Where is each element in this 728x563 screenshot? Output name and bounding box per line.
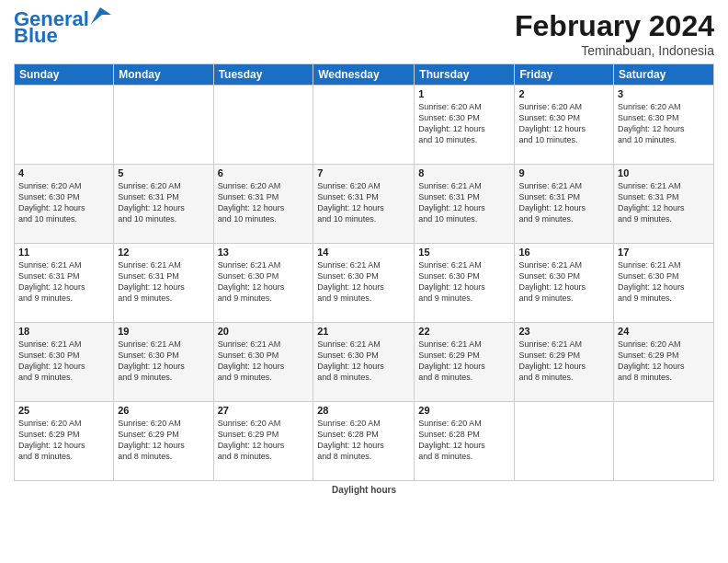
calendar-day-cell (213, 86, 313, 165)
day-number: 2 (518, 88, 609, 99)
calendar-day-cell: 12Sunrise: 6:21 AM Sunset: 6:31 PM Dayli… (114, 244, 213, 323)
calendar-day-cell (15, 86, 114, 165)
footer-note: Daylight hours (14, 485, 714, 495)
logo: General Blue (14, 9, 111, 46)
calendar-week-row: 25Sunrise: 6:20 AM Sunset: 6:29 PM Dayli… (15, 402, 714, 481)
calendar-day-cell: 7Sunrise: 6:20 AM Sunset: 6:31 PM Daylig… (313, 165, 415, 244)
calendar-day-cell: 14Sunrise: 6:21 AM Sunset: 6:30 PM Dayli… (313, 244, 415, 323)
day-number: 20 (218, 326, 310, 337)
day-info: Sunrise: 6:20 AM Sunset: 6:31 PM Dayligh… (317, 180, 410, 225)
calendar-day-header: Friday (515, 64, 614, 86)
day-number: 14 (317, 247, 410, 258)
day-info: Sunrise: 6:20 AM Sunset: 6:29 PM Dayligh… (18, 418, 109, 463)
calendar-day-cell: 27Sunrise: 6:20 AM Sunset: 6:29 PM Dayli… (213, 402, 313, 481)
day-info: Sunrise: 6:21 AM Sunset: 6:31 PM Dayligh… (118, 259, 209, 304)
calendar-header-row: SundayMondayTuesdayWednesdayThursdayFrid… (15, 64, 714, 86)
day-info: Sunrise: 6:21 AM Sunset: 6:30 PM Dayligh… (317, 339, 410, 384)
day-number: 22 (418, 326, 510, 337)
calendar-day-header: Tuesday (213, 64, 313, 86)
calendar-day-cell: 17Sunrise: 6:21 AM Sunset: 6:30 PM Dayli… (614, 244, 714, 323)
calendar-day-cell: 23Sunrise: 6:21 AM Sunset: 6:29 PM Dayli… (515, 323, 614, 402)
calendar-day-cell: 29Sunrise: 6:20 AM Sunset: 6:28 PM Dayli… (415, 402, 515, 481)
calendar-day-cell (313, 86, 415, 165)
day-info: Sunrise: 6:21 AM Sunset: 6:30 PM Dayligh… (118, 339, 209, 384)
calendar-day-cell: 5Sunrise: 6:20 AM Sunset: 6:31 PM Daylig… (114, 165, 213, 244)
day-number: 5 (118, 167, 209, 178)
day-info: Sunrise: 6:20 AM Sunset: 6:31 PM Dayligh… (118, 180, 209, 225)
day-number: 21 (317, 326, 410, 337)
logo-bird-icon (91, 7, 111, 24)
calendar-day-cell: 2Sunrise: 6:20 AM Sunset: 6:30 PM Daylig… (515, 86, 614, 165)
day-info: Sunrise: 6:21 AM Sunset: 6:30 PM Dayligh… (518, 259, 609, 304)
day-info: Sunrise: 6:21 AM Sunset: 6:30 PM Dayligh… (18, 339, 109, 384)
page: General Blue February 2024 Teminabuan, I… (0, 0, 728, 563)
header: General Blue February 2024 Teminabuan, I… (14, 9, 714, 58)
day-number: 7 (317, 167, 410, 178)
day-number: 4 (18, 167, 109, 178)
day-info: Sunrise: 6:21 AM Sunset: 6:31 PM Dayligh… (518, 180, 609, 225)
day-number: 10 (618, 167, 710, 178)
day-number: 13 (218, 247, 310, 258)
day-info: Sunrise: 6:21 AM Sunset: 6:31 PM Dayligh… (418, 180, 510, 225)
day-number: 19 (118, 326, 209, 337)
day-info: Sunrise: 6:21 AM Sunset: 6:30 PM Dayligh… (317, 259, 410, 304)
svg-marker-0 (91, 7, 111, 24)
calendar-week-row: 11Sunrise: 6:21 AM Sunset: 6:31 PM Dayli… (15, 244, 714, 323)
calendar-day-cell (614, 402, 714, 481)
day-number: 16 (518, 247, 609, 258)
day-number: 1 (418, 88, 510, 99)
calendar-day-header: Wednesday (313, 64, 415, 86)
calendar-day-cell: 19Sunrise: 6:21 AM Sunset: 6:30 PM Dayli… (114, 323, 213, 402)
calendar-day-cell: 11Sunrise: 6:21 AM Sunset: 6:31 PM Dayli… (15, 244, 114, 323)
calendar-day-cell: 16Sunrise: 6:21 AM Sunset: 6:30 PM Dayli… (515, 244, 614, 323)
day-number: 18 (18, 326, 109, 337)
day-number: 3 (618, 88, 710, 99)
day-info: Sunrise: 6:20 AM Sunset: 6:29 PM Dayligh… (118, 418, 209, 463)
day-info: Sunrise: 6:21 AM Sunset: 6:30 PM Dayligh… (418, 259, 510, 304)
calendar-day-cell: 8Sunrise: 6:21 AM Sunset: 6:31 PM Daylig… (415, 165, 515, 244)
calendar-day-cell: 28Sunrise: 6:20 AM Sunset: 6:28 PM Dayli… (313, 402, 415, 481)
day-number: 11 (18, 247, 109, 258)
calendar-day-cell: 24Sunrise: 6:20 AM Sunset: 6:29 PM Dayli… (614, 323, 714, 402)
day-info: Sunrise: 6:20 AM Sunset: 6:29 PM Dayligh… (618, 339, 710, 384)
calendar-day-cell: 20Sunrise: 6:21 AM Sunset: 6:30 PM Dayli… (213, 323, 313, 402)
calendar-day-cell: 9Sunrise: 6:21 AM Sunset: 6:31 PM Daylig… (515, 165, 614, 244)
calendar: SundayMondayTuesdayWednesdayThursdayFrid… (14, 63, 714, 481)
day-info: Sunrise: 6:20 AM Sunset: 6:30 PM Dayligh… (618, 101, 710, 146)
calendar-day-cell: 4Sunrise: 6:20 AM Sunset: 6:30 PM Daylig… (15, 165, 114, 244)
day-info: Sunrise: 6:21 AM Sunset: 6:30 PM Dayligh… (618, 259, 710, 304)
month-title: February 2024 (515, 9, 714, 43)
day-number: 15 (418, 247, 510, 258)
calendar-day-cell: 15Sunrise: 6:21 AM Sunset: 6:30 PM Dayli… (415, 244, 515, 323)
daylight-hours-label: Daylight hours (332, 485, 396, 495)
day-info: Sunrise: 6:20 AM Sunset: 6:30 PM Dayligh… (418, 101, 510, 146)
calendar-day-cell: 25Sunrise: 6:20 AM Sunset: 6:29 PM Dayli… (15, 402, 114, 481)
calendar-week-row: 4Sunrise: 6:20 AM Sunset: 6:30 PM Daylig… (15, 165, 714, 244)
day-info: Sunrise: 6:20 AM Sunset: 6:28 PM Dayligh… (418, 418, 510, 463)
day-number: 26 (118, 405, 209, 416)
day-info: Sunrise: 6:21 AM Sunset: 6:30 PM Dayligh… (218, 339, 310, 384)
calendar-day-cell: 1Sunrise: 6:20 AM Sunset: 6:30 PM Daylig… (415, 86, 515, 165)
day-number: 28 (317, 405, 410, 416)
day-number: 27 (218, 405, 310, 416)
calendar-day-cell (114, 86, 213, 165)
day-number: 29 (418, 405, 510, 416)
day-info: Sunrise: 6:21 AM Sunset: 6:31 PM Dayligh… (18, 259, 109, 304)
day-number: 25 (18, 405, 109, 416)
day-number: 24 (618, 326, 710, 337)
calendar-day-cell: 18Sunrise: 6:21 AM Sunset: 6:30 PM Dayli… (15, 323, 114, 402)
day-number: 9 (518, 167, 609, 178)
calendar-day-cell: 13Sunrise: 6:21 AM Sunset: 6:30 PM Dayli… (213, 244, 313, 323)
day-number: 23 (518, 326, 609, 337)
calendar-day-header: Thursday (415, 64, 515, 86)
calendar-day-cell: 6Sunrise: 6:20 AM Sunset: 6:31 PM Daylig… (213, 165, 313, 244)
day-number: 6 (218, 167, 310, 178)
day-info: Sunrise: 6:21 AM Sunset: 6:29 PM Dayligh… (418, 339, 510, 384)
day-number: 12 (118, 247, 209, 258)
calendar-day-cell: 26Sunrise: 6:20 AM Sunset: 6:29 PM Dayli… (114, 402, 213, 481)
calendar-week-row: 18Sunrise: 6:21 AM Sunset: 6:30 PM Dayli… (15, 323, 714, 402)
day-info: Sunrise: 6:20 AM Sunset: 6:31 PM Dayligh… (218, 180, 310, 225)
calendar-day-cell: 10Sunrise: 6:21 AM Sunset: 6:31 PM Dayli… (614, 165, 714, 244)
day-info: Sunrise: 6:20 AM Sunset: 6:28 PM Dayligh… (317, 418, 410, 463)
calendar-day-header: Sunday (15, 64, 114, 86)
